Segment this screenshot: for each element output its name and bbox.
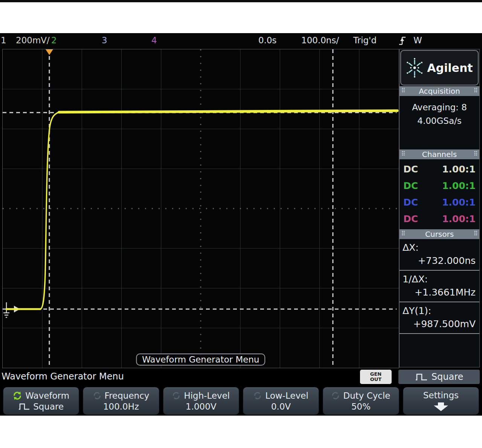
softkey-duty-cycle-label: Duty Cycle <box>343 391 390 400</box>
oscilloscope-screen: 1 200mV/ 2 3 4 0.0s 100.0ns/ Trig'd W <box>0 0 482 448</box>
arrow-down-icon <box>432 402 450 411</box>
softkey-settings[interactable]: Settings <box>403 387 479 415</box>
softkey-row: Waveform Square Frequency 100.0Hz <box>0 385 482 416</box>
scope-display: 1 200mV/ 2 3 4 0.0s 100.0ns/ Trig'd W <box>0 33 482 416</box>
cursors-title: Cursors <box>425 230 454 239</box>
photo-top-strip <box>0 0 482 2</box>
agilent-starburst-icon <box>406 58 423 78</box>
acquisition-title: Acquisition <box>419 87 460 96</box>
square-wave-icon <box>18 403 30 410</box>
cycle-icon <box>93 392 101 400</box>
channels-title: Channels <box>422 150 457 159</box>
gen-out-line1: GEN <box>370 372 381 377</box>
channel3-probe-ratio: 1.00:1 <box>442 197 476 208</box>
channel1-indicator[interactable]: 1 <box>1 35 6 45</box>
channel2-coupling: DC <box>403 180 418 191</box>
softkey-settings-label: Settings <box>423 391 459 400</box>
timebase-readout[interactable]: 100.0ns/ <box>301 35 339 45</box>
cursor-dx-label: ΔX: <box>403 239 476 253</box>
channel1-coupling: DC <box>403 164 418 175</box>
delay-time-readout[interactable]: 0.0s <box>258 35 277 45</box>
softkey-low-level[interactable]: Low-Level 0.0V <box>243 387 319 415</box>
channel3-row[interactable]: DC 1.00:1 <box>400 194 479 210</box>
softkey-waveform-label: Waveform <box>25 391 69 400</box>
softkey-high-level-value: 1.000V <box>186 402 217 411</box>
channel4-indicator[interactable]: 4 <box>151 35 157 45</box>
channel2-probe-ratio: 1.00:1 <box>442 180 476 191</box>
brand-panel: Agilent <box>400 50 479 85</box>
trigger-position-marker[interactable] <box>46 49 53 55</box>
acquisition-panel: Averaging: 8 4.00GSa/s <box>400 96 479 149</box>
cycle-icon <box>331 392 340 400</box>
square-wave-icon <box>415 373 428 381</box>
softkey-high-level[interactable]: High-Level 1.000V <box>163 387 239 415</box>
brand-name: Agilent <box>427 61 473 75</box>
channel1-probe-ratio: 1.00:1 <box>442 164 476 175</box>
drag-handle-icon[interactable]: ⠿ <box>401 230 406 237</box>
divider <box>400 333 479 334</box>
trigger-source-wgen: W <box>413 35 422 45</box>
softkey-low-level-label: Low-Level <box>265 391 308 400</box>
softkey-high-level-label: High-Level <box>184 391 230 400</box>
drag-handle-icon[interactable]: ⠿ <box>473 87 478 94</box>
softkey-duty-cycle-value: 50% <box>351 402 371 411</box>
trigger-edge-icon[interactable] <box>398 36 407 46</box>
drag-handle-icon[interactable]: ⠿ <box>473 150 478 157</box>
cycle-icon <box>172 392 180 400</box>
channel3-indicator[interactable]: 3 <box>102 35 107 45</box>
acquisition-header: ⠿ Acquisition ⠿ <box>400 86 479 96</box>
gen-out-line2: OUT <box>370 377 381 382</box>
trigger-status: Trig'd <box>353 35 377 45</box>
cursors-panel: ΔX: +732.000ns 1/ΔX: +1.3661MHz ΔY(1): +… <box>400 239 479 367</box>
menu-title: Waveform Generator Menu <box>2 371 124 382</box>
cursor-inv-dx-value: +1.3661MHz <box>403 285 476 302</box>
softkey-waveform[interactable]: Waveform Square <box>3 387 79 415</box>
cycle-icon <box>253 392 262 400</box>
drag-handle-icon[interactable]: ⠿ <box>401 87 406 94</box>
softkey-waveform-value: Square <box>33 402 64 411</box>
cursor-dy-label: ΔY(1): <box>403 302 476 316</box>
drag-handle-icon[interactable]: ⠿ <box>473 230 478 237</box>
sample-rate: 4.00GSa/s <box>400 114 479 128</box>
graticule-and-trace <box>3 49 399 368</box>
drag-handle-icon[interactable]: ⠿ <box>401 150 406 157</box>
softkey-frequency-value: 100.0Hz <box>103 402 139 411</box>
channel3-coupling: DC <box>403 197 418 208</box>
softkey-low-level-value: 0.0V <box>271 402 291 411</box>
channels-header: ⠿ Channels ⠿ <box>400 149 479 159</box>
cursor-dy-value: +987.500mV <box>403 316 476 333</box>
cycle-icon <box>13 391 22 400</box>
gen-out-button[interactable]: GEN OUT <box>360 370 392 384</box>
channel2-row[interactable]: DC 1.00:1 <box>400 177 479 194</box>
softkey-frequency-label: Frequency <box>105 391 149 400</box>
gen-status-label: Square <box>432 372 464 382</box>
waveform-plot-area: Waveform Generator Menu <box>2 49 399 368</box>
gen-status-bar: Square <box>398 370 480 384</box>
menu-bar: Waveform Generator Menu GEN OUT Square <box>0 369 482 385</box>
channel1-scale[interactable]: 200mV/ <box>16 35 50 45</box>
channel4-probe-ratio: 1.00:1 <box>442 213 476 224</box>
status-bar: 1 200mV/ 2 3 4 0.0s 100.0ns/ Trig'd W <box>0 33 482 48</box>
softkey-duty-cycle[interactable]: Duty Cycle 50% <box>323 387 399 415</box>
acquisition-mode: Averaging: 8 <box>400 101 479 114</box>
graticule-center-axes <box>3 49 399 368</box>
channel2-indicator[interactable]: 2 <box>51 35 57 45</box>
cursor-dx-value: +732.000ns <box>403 253 476 270</box>
cursors-header: ⠿ Cursors ⠿ <box>400 229 479 239</box>
waveform-generator-menu-overlay: Waveform Generator Menu <box>136 354 265 366</box>
channel1-row[interactable]: DC 1.00:1 <box>400 161 479 177</box>
channels-panel: DC 1.00:1 DC 1.00:1 DC 1.00:1 DC 1.00:1 <box>400 159 479 229</box>
cursor-inv-dx-label: 1/ΔX: <box>403 271 476 285</box>
channel4-row[interactable]: DC 1.00:1 <box>400 210 479 227</box>
sidebar: Agilent ⠿ Acquisition ⠿ Averaging: 8 4.0… <box>399 49 480 367</box>
channel1-waveform <box>6 111 397 309</box>
softkey-frequency[interactable]: Frequency 100.0Hz <box>83 387 159 415</box>
channel4-coupling: DC <box>403 213 418 224</box>
